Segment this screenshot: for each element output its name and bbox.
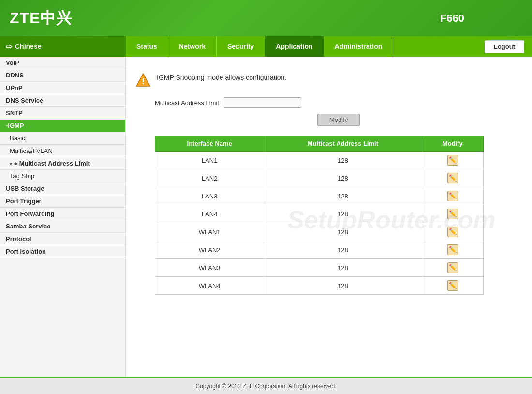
tab-status[interactable]: Status [126, 36, 168, 57]
tab-application[interactable]: Application [265, 36, 324, 57]
edit-button-0[interactable]: ✏️ [447, 155, 458, 166]
content-area: SetupRouter.com ! IGMP Snooping mode all… [126, 57, 532, 377]
table-row: LAN2 128 ✏️ [155, 169, 484, 187]
cell-edit-6: ✏️ [422, 259, 484, 277]
cell-limit-7: 128 [264, 277, 422, 295]
cell-edit-4: ✏️ [422, 223, 484, 241]
copyright-text: Copyright © 2012 ZTE Corporation. All ri… [196, 383, 337, 390]
cell-limit-1: 128 [264, 169, 422, 187]
edit-button-3[interactable]: ✏️ [447, 209, 458, 219]
edit-button-4[interactable]: ✏️ [447, 227, 458, 237]
sidebar-item-igmp[interactable]: -IGMP [0, 120, 125, 132]
interface-table: Interface Name Multicast Address Limit M… [155, 136, 484, 295]
sidebar-item-ddns[interactable]: DDNS [0, 69, 125, 82]
sidebar-item-port-trigger[interactable]: Port Trigger [0, 195, 125, 208]
cell-interface-2: LAN3 [155, 187, 264, 205]
table-row: LAN4 128 ✏️ [155, 205, 484, 223]
cell-limit-6: 128 [264, 259, 422, 277]
sidebar-item-basic[interactable]: Basic [0, 132, 125, 145]
sidebar-item-multicast-vlan[interactable]: Multicast VLAN [0, 145, 125, 157]
sidebar-item-port-forwarding[interactable]: Port Forwarding [0, 208, 125, 220]
cell-limit-3: 128 [264, 205, 422, 223]
table-row: WLAN3 128 ✏️ [155, 259, 484, 277]
table-row: WLAN4 128 ✏️ [155, 277, 484, 295]
footer: Copyright © 2012 ZTE Corporation. All ri… [0, 377, 532, 394]
edit-button-1[interactable]: ✏️ [447, 173, 458, 183]
table-header-limit: Multicast Address Limit [264, 136, 422, 152]
sidebar-item-voip[interactable]: VoIP [0, 57, 125, 69]
table-row: LAN3 128 ✏️ [155, 187, 484, 205]
nav-bar: ⇨ Chinese Status Network Security Applic… [0, 36, 532, 57]
nav-chinese[interactable]: ⇨ Chinese [0, 36, 126, 57]
tab-administration[interactable]: Administration [324, 36, 394, 57]
sidebar-item-usb-storage[interactable]: USB Storage [0, 182, 125, 195]
sidebar: VoIP DDNS UPnP DNS Service SNTP -IGMP Ba… [0, 57, 126, 377]
edit-button-7[interactable]: ✏️ [447, 280, 458, 291]
cell-limit-5: 128 [264, 241, 422, 259]
nav-chinese-label: Chinese [15, 43, 41, 50]
tab-network[interactable]: Network [168, 36, 217, 57]
table-row: LAN1 128 ✏️ [155, 152, 484, 169]
warning-icon: ! [135, 72, 151, 88]
logo-text: ZTE中兴 [10, 8, 72, 29]
sidebar-item-dns-service[interactable]: DNS Service [0, 94, 125, 107]
cell-edit-0: ✏️ [422, 152, 484, 169]
edit-button-2[interactable]: ✏️ [447, 191, 458, 201]
table-header-interface: Interface Name [155, 136, 264, 152]
logo: ZTE中兴 [10, 8, 72, 29]
cell-interface-6: WLAN3 [155, 259, 264, 277]
sidebar-item-samba-service[interactable]: Samba Service [0, 220, 125, 233]
cell-interface-5: WLAN2 [155, 241, 264, 259]
sidebar-item-protocol[interactable]: Protocol [0, 233, 125, 245]
cell-edit-5: ✏️ [422, 241, 484, 259]
modify-button[interactable]: Modify [317, 114, 360, 126]
logout-button[interactable]: Logout [485, 40, 524, 53]
warning-box: ! IGMP Snooping mode allows configuratio… [135, 71, 522, 88]
modify-btn-row: Modify [155, 114, 522, 126]
sidebar-item-multicast-address-limit[interactable]: ● Multicast Address Limit [0, 157, 125, 170]
logout-area: Logout [477, 36, 532, 57]
cell-edit-2: ✏️ [422, 187, 484, 205]
multicast-limit-form: Multicast Address Limit [155, 97, 522, 108]
header: ZTE中兴 F660 [0, 0, 532, 36]
sidebar-item-tag-strip[interactable]: Tag Strip [0, 170, 125, 182]
cell-limit-4: 128 [264, 223, 422, 241]
model-name: F660 [440, 12, 464, 25]
cell-interface-0: LAN1 [155, 152, 264, 169]
cell-interface-4: WLAN1 [155, 223, 264, 241]
cell-limit-2: 128 [264, 187, 422, 205]
cell-limit-0: 128 [264, 152, 422, 169]
table-header-modify: Modify [422, 136, 484, 152]
cell-edit-7: ✏️ [422, 277, 484, 295]
svg-text:!: ! [142, 77, 145, 86]
edit-button-6[interactable]: ✏️ [447, 262, 458, 273]
cell-interface-3: LAN4 [155, 205, 264, 223]
cell-edit-3: ✏️ [422, 205, 484, 223]
nav-arrow-icon: ⇨ [6, 42, 12, 51]
sidebar-item-sntp[interactable]: SNTP [0, 107, 125, 120]
edit-button-5[interactable]: ✏️ [447, 244, 458, 255]
cell-interface-7: WLAN4 [155, 277, 264, 295]
multicast-limit-label: Multicast Address Limit [155, 99, 219, 106]
sidebar-item-port-isolation[interactable]: Port Isolation [0, 245, 125, 258]
table-row: WLAN1 128 ✏️ [155, 223, 484, 241]
cell-interface-1: LAN2 [155, 169, 264, 187]
main-layout: VoIP DDNS UPnP DNS Service SNTP -IGMP Ba… [0, 57, 532, 377]
multicast-limit-input[interactable] [224, 97, 301, 108]
warning-text: IGMP Snooping mode allows configuration. [157, 74, 286, 81]
nav-tabs: Status Network Security Application Admi… [126, 36, 477, 57]
table-row: WLAN2 128 ✏️ [155, 241, 484, 259]
cell-edit-1: ✏️ [422, 169, 484, 187]
tab-security[interactable]: Security [217, 36, 265, 57]
sidebar-item-upnp[interactable]: UPnP [0, 82, 125, 94]
